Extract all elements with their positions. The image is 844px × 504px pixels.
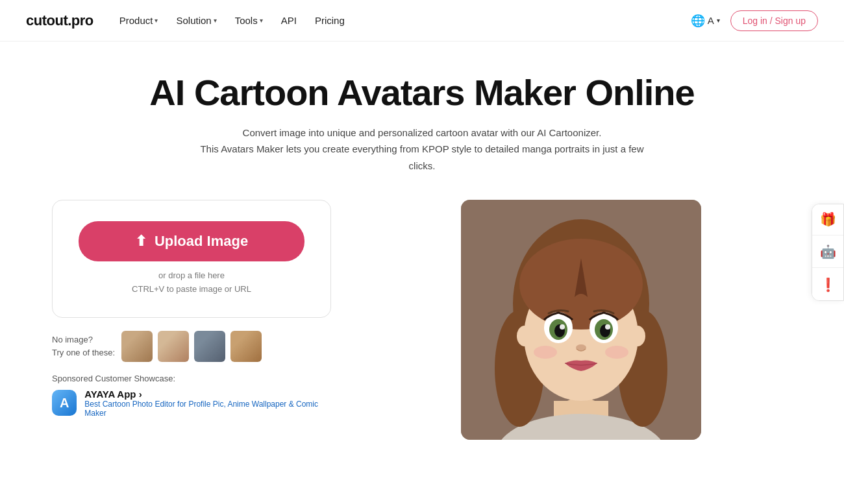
sample-label: No image? Try one of these: bbox=[52, 333, 115, 359]
hero-subtitle: Convert image into unique and personaliz… bbox=[195, 125, 649, 174]
sample-thumb-4[interactable] bbox=[230, 331, 262, 362]
sample-thumb-2[interactable] bbox=[158, 331, 189, 362]
sample-thumbs bbox=[121, 331, 262, 362]
showcase-app-icon: A bbox=[52, 390, 77, 416]
nav-tools[interactable]: Tools ▾ bbox=[235, 15, 263, 26]
showcase: Sponsored Customer Showcase: A AYAYA App… bbox=[52, 374, 331, 418]
side-panel: 🎁 🤖 ❗ bbox=[812, 204, 844, 301]
content-row: ⬆ Upload Image or drop a file here CTRL+… bbox=[0, 200, 844, 440]
lang-label: A bbox=[708, 15, 714, 26]
upload-icon: ⬆ bbox=[135, 233, 147, 250]
translate-icon: 🌐 bbox=[691, 14, 705, 28]
header: cutout.pro Product ▾ Solution ▾ Tools ▾ … bbox=[0, 0, 844, 42]
preview-image bbox=[461, 200, 701, 440]
upload-image-button[interactable]: ⬆ Upload Image bbox=[79, 221, 304, 261]
hero-title: AI Cartoon Avatars Maker Online bbox=[149, 73, 694, 113]
nav-product[interactable]: Product ▾ bbox=[119, 15, 158, 26]
svg-point-15 bbox=[560, 324, 565, 330]
header-right: 🌐 A ▾ Log in / Sign up bbox=[691, 10, 818, 31]
logo[interactable]: cutout.pro bbox=[26, 12, 93, 29]
showcase-label: Sponsored Customer Showcase: bbox=[52, 374, 331, 383]
cartoon-avatar-svg bbox=[461, 200, 701, 440]
main-nav: Product ▾ Solution ▾ Tools ▾ API Pricing bbox=[119, 15, 345, 26]
language-button[interactable]: 🌐 A ▾ bbox=[691, 14, 720, 28]
svg-point-20 bbox=[517, 326, 532, 346]
lang-chevron-icon: ▾ bbox=[717, 17, 720, 24]
showcase-title: AYAYA App › bbox=[84, 389, 331, 400]
login-signup-button[interactable]: Log in / Sign up bbox=[730, 10, 818, 31]
svg-point-18 bbox=[534, 346, 557, 359]
svg-point-21 bbox=[630, 326, 645, 346]
showcase-subtitle: Best Cartoon Photo Editor for Profile Pi… bbox=[84, 400, 331, 418]
header-left: cutout.pro Product ▾ Solution ▾ Tools ▾ … bbox=[26, 12, 345, 29]
sample-thumb-3[interactable] bbox=[194, 331, 225, 362]
upload-box: ⬆ Upload Image or drop a file here CTRL+… bbox=[52, 200, 331, 318]
bot-button[interactable]: 🤖 bbox=[812, 237, 843, 268]
tools-chevron-icon: ▾ bbox=[260, 17, 263, 24]
drop-hint: or drop a file here CTRL+V to paste imag… bbox=[132, 269, 251, 296]
upload-section: ⬆ Upload Image or drop a file here CTRL+… bbox=[52, 200, 331, 418]
showcase-card[interactable]: A AYAYA App › Best Cartoon Photo Editor … bbox=[52, 389, 331, 418]
sample-section: No image? Try one of these: bbox=[52, 331, 331, 362]
nav-solution[interactable]: Solution ▾ bbox=[176, 15, 216, 26]
nav-pricing[interactable]: Pricing bbox=[315, 15, 345, 26]
gift-button[interactable]: 🎁 bbox=[812, 204, 843, 235]
preview-section bbox=[370, 200, 792, 440]
solution-chevron-icon: ▾ bbox=[214, 17, 217, 24]
svg-point-16 bbox=[605, 324, 610, 330]
main-content: AI Cartoon Avatars Maker Online Convert … bbox=[0, 42, 844, 440]
svg-point-19 bbox=[605, 346, 628, 359]
nav-api[interactable]: API bbox=[281, 15, 297, 26]
product-chevron-icon: ▾ bbox=[155, 17, 158, 24]
sample-thumb-1[interactable] bbox=[121, 331, 153, 362]
alert-button[interactable]: ❗ bbox=[812, 269, 843, 300]
